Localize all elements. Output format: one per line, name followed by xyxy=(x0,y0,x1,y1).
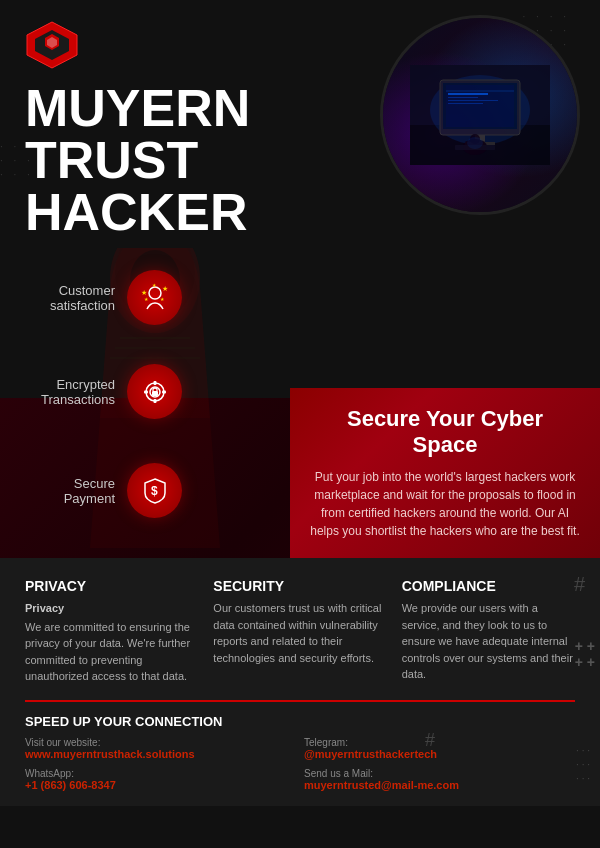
svg-text:★: ★ xyxy=(141,289,147,296)
feature-icon-satisfaction: ★ ★ ★ ★ ★ xyxy=(127,270,182,325)
dots-bottom-right: · · ·· · ·· · · xyxy=(576,744,590,786)
svg-rect-38 xyxy=(152,391,158,396)
info-col-compliance: COMPLIANCE We provide our users with a s… xyxy=(402,578,575,685)
security-heading: SECURITY xyxy=(213,578,386,594)
feature-encrypted-transactions: Encrypted Transactions xyxy=(0,352,207,431)
feature-label-payment: Secure Payment xyxy=(25,476,115,506)
main-title: MUYERN TRUST HACKER xyxy=(25,82,345,238)
website-label: Visit our website: xyxy=(25,737,296,748)
hashtag-deco-bottom: # xyxy=(425,730,435,751)
email-label: Send us a Mail: xyxy=(304,768,575,779)
info-section: # + ++ + PRIVACY Privacy We are committe… xyxy=(0,558,600,806)
compliance-heading: COMPLIANCE xyxy=(402,578,575,594)
brand-logo xyxy=(25,20,80,70)
features-section: Customer satisfaction ★ ★ ★ ★ ★ Encrypte… xyxy=(0,248,600,558)
speed-section: SPEED UP YOUR CONNECTION Visit our websi… xyxy=(25,700,575,791)
cyber-box-body: Put your job into the world's largest ha… xyxy=(310,468,580,540)
svg-text:★: ★ xyxy=(144,296,149,302)
info-col-security: SECURITY Our customers trust us with cri… xyxy=(213,578,386,685)
telegram-value: @muyerntrusthackertech xyxy=(304,748,575,760)
plus-deco-1: + ++ + xyxy=(575,638,595,670)
svg-rect-35 xyxy=(153,399,156,403)
info-col-privacy: PRIVACY Privacy We are committed to ensu… xyxy=(25,578,198,685)
svg-rect-36 xyxy=(144,390,148,393)
hashtag-deco: # xyxy=(574,573,585,596)
speed-title: SPEED UP YOUR CONNECTION xyxy=(25,714,575,729)
contact-website: Visit our website: www.muyerntrusthack.s… xyxy=(25,737,296,760)
telegram-label: Telegram: xyxy=(304,737,575,748)
feature-label-satisfaction: Customer satisfaction xyxy=(25,283,115,313)
header-section: MUYERN TRUST HACKER xyxy=(0,0,600,248)
feature-customer-satisfaction: Customer satisfaction ★ ★ ★ ★ ★ xyxy=(0,258,207,337)
email-value: muyerntrusted@mail-me.com xyxy=(304,779,575,791)
contact-email: Send us a Mail: muyerntrusted@mail-me.co… xyxy=(304,768,575,791)
info-grid: PRIVACY Privacy We are committed to ensu… xyxy=(25,578,575,685)
svg-text:★: ★ xyxy=(162,285,168,292)
svg-rect-34 xyxy=(153,381,156,385)
whatsapp-label: WhatsApp: xyxy=(25,768,296,779)
cyber-box-title: Secure Your CyberSpace xyxy=(310,406,580,458)
privacy-heading: PRIVACY xyxy=(25,578,198,594)
cyber-space-box: Secure Your CyberSpace Put your job into… xyxy=(290,388,600,558)
website-value: www.muyerntrusthack.solutions xyxy=(25,748,296,760)
contact-grid: Visit our website: www.muyerntrusthack.s… xyxy=(25,737,575,791)
privacy-body: Privacy We are committed to ensuring the… xyxy=(25,600,198,685)
svg-text:★: ★ xyxy=(160,296,165,302)
security-body: Our customers trust us with critical dat… xyxy=(213,600,386,666)
svg-rect-37 xyxy=(162,390,166,393)
features-list: Customer satisfaction ★ ★ ★ ★ ★ Encrypte… xyxy=(0,248,207,530)
feature-secure-payment: Secure Payment $ xyxy=(0,451,207,530)
feature-icon-payment: $ xyxy=(127,463,182,518)
feature-icon-encrypted xyxy=(127,364,182,419)
contact-whatsapp: WhatsApp: +1 (863) 606-8347 xyxy=(25,768,296,791)
compliance-body: We provide our users with a service, and… xyxy=(402,600,575,683)
feature-label-encrypted: Encrypted Transactions xyxy=(25,377,115,407)
contact-telegram: Telegram: @muyerntrusthackertech xyxy=(304,737,575,760)
whatsapp-value: +1 (863) 606-8347 xyxy=(25,779,296,791)
svg-text:$: $ xyxy=(151,484,158,498)
